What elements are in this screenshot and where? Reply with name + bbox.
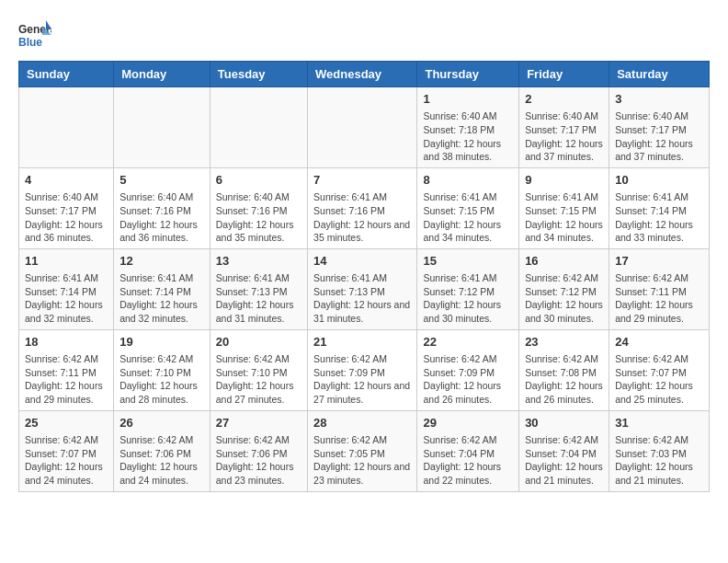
week-row-5: 25Sunrise: 6:42 AMSunset: 7:07 PMDayligh… (19, 410, 710, 491)
day-info: Sunrise: 6:42 AMSunset: 7:09 PMDaylight:… (423, 352, 513, 407)
calendar-cell: 6Sunrise: 6:40 AMSunset: 7:16 PMDaylight… (210, 167, 307, 248)
day-number: 12 (119, 253, 204, 270)
day-number: 11 (25, 253, 108, 270)
calendar-cell: 11Sunrise: 6:41 AMSunset: 7:14 PMDayligh… (19, 248, 114, 329)
day-number: 25 (25, 415, 108, 431)
day-number: 14 (313, 253, 411, 270)
day-number: 28 (313, 415, 411, 431)
page-header: General Blue (18, 18, 710, 52)
header-tuesday: Tuesday (210, 62, 307, 87)
header-monday: Monday (114, 62, 210, 87)
day-number: 8 (423, 172, 513, 189)
day-info: Sunrise: 6:42 AMSunset: 7:05 PMDaylight:… (313, 433, 411, 488)
calendar-cell: 30Sunrise: 6:42 AMSunset: 7:04 PMDayligh… (519, 410, 609, 491)
day-info: Sunrise: 6:41 AMSunset: 7:13 PMDaylight:… (313, 271, 411, 326)
day-number: 23 (525, 334, 603, 350)
day-info: Sunrise: 6:42 AMSunset: 7:08 PMDaylight:… (525, 352, 603, 407)
day-number: 9 (525, 172, 603, 189)
day-info: Sunrise: 6:42 AMSunset: 7:10 PMDaylight:… (119, 352, 204, 407)
day-info: Sunrise: 6:41 AMSunset: 7:14 PMDaylight:… (25, 271, 108, 326)
calendar-cell: 5Sunrise: 6:40 AMSunset: 7:16 PMDaylight… (114, 167, 210, 248)
day-number: 10 (615, 172, 703, 189)
calendar-cell: 26Sunrise: 6:42 AMSunset: 7:06 PMDayligh… (114, 410, 210, 491)
day-info: Sunrise: 6:40 AMSunset: 7:17 PMDaylight:… (25, 190, 108, 245)
calendar-cell: 14Sunrise: 6:41 AMSunset: 7:13 PMDayligh… (308, 248, 417, 329)
header-sunday: Sunday (19, 62, 114, 87)
day-number: 13 (216, 253, 301, 270)
day-number: 18 (25, 334, 108, 350)
day-info: Sunrise: 6:41 AMSunset: 7:12 PMDaylight:… (423, 271, 513, 326)
day-info: Sunrise: 6:42 AMSunset: 7:03 PMDaylight:… (615, 433, 703, 488)
calendar-cell (308, 87, 417, 168)
day-number: 26 (119, 415, 204, 431)
calendar-cell: 4Sunrise: 6:40 AMSunset: 7:17 PMDaylight… (19, 167, 114, 248)
calendar-cell: 25Sunrise: 6:42 AMSunset: 7:07 PMDayligh… (19, 410, 114, 491)
calendar-table: SundayMondayTuesdayWednesdayThursdayFrid… (18, 61, 710, 492)
day-info: Sunrise: 6:40 AMSunset: 7:17 PMDaylight:… (615, 109, 703, 164)
calendar-cell: 22Sunrise: 6:42 AMSunset: 7:09 PMDayligh… (417, 329, 519, 410)
day-number: 7 (313, 172, 411, 189)
day-number: 17 (615, 253, 703, 270)
day-info: Sunrise: 6:42 AMSunset: 7:12 PMDaylight:… (525, 271, 603, 326)
day-info: Sunrise: 6:42 AMSunset: 7:11 PMDaylight:… (25, 352, 108, 407)
day-number: 2 (525, 91, 603, 108)
day-number: 6 (216, 172, 301, 189)
calendar-cell: 24Sunrise: 6:42 AMSunset: 7:07 PMDayligh… (609, 329, 710, 410)
header-friday: Friday (519, 62, 609, 87)
day-number: 3 (615, 91, 703, 108)
day-number: 29 (423, 415, 513, 431)
day-info: Sunrise: 6:40 AMSunset: 7:17 PMDaylight:… (525, 109, 603, 164)
calendar-cell: 17Sunrise: 6:42 AMSunset: 7:11 PMDayligh… (609, 248, 710, 329)
day-info: Sunrise: 6:42 AMSunset: 7:09 PMDaylight:… (313, 352, 411, 407)
header-wednesday: Wednesday (308, 62, 417, 87)
day-number: 19 (119, 334, 204, 350)
day-info: Sunrise: 6:42 AMSunset: 7:04 PMDaylight:… (525, 433, 603, 488)
calendar-cell: 19Sunrise: 6:42 AMSunset: 7:10 PMDayligh… (114, 329, 210, 410)
day-info: Sunrise: 6:41 AMSunset: 7:15 PMDaylight:… (525, 190, 603, 245)
calendar-cell: 28Sunrise: 6:42 AMSunset: 7:05 PMDayligh… (308, 410, 417, 491)
logo-svg: General Blue (18, 18, 51, 52)
day-info: Sunrise: 6:42 AMSunset: 7:06 PMDaylight:… (216, 433, 301, 488)
day-info: Sunrise: 6:41 AMSunset: 7:14 PMDaylight:… (615, 190, 703, 245)
day-info: Sunrise: 6:42 AMSunset: 7:07 PMDaylight:… (615, 352, 703, 407)
week-row-1: 1Sunrise: 6:40 AMSunset: 7:18 PMDaylight… (19, 87, 710, 168)
calendar-cell: 18Sunrise: 6:42 AMSunset: 7:11 PMDayligh… (19, 329, 114, 410)
day-info: Sunrise: 6:40 AMSunset: 7:16 PMDaylight:… (216, 190, 301, 245)
calendar-cell: 15Sunrise: 6:41 AMSunset: 7:12 PMDayligh… (417, 248, 519, 329)
calendar-cell: 13Sunrise: 6:41 AMSunset: 7:13 PMDayligh… (210, 248, 307, 329)
calendar-cell: 31Sunrise: 6:42 AMSunset: 7:03 PMDayligh… (609, 410, 710, 491)
week-row-3: 11Sunrise: 6:41 AMSunset: 7:14 PMDayligh… (19, 248, 710, 329)
day-info: Sunrise: 6:42 AMSunset: 7:11 PMDaylight:… (615, 271, 703, 326)
calendar-cell: 7Sunrise: 6:41 AMSunset: 7:16 PMDaylight… (308, 167, 417, 248)
logo: General Blue (18, 18, 51, 52)
week-row-4: 18Sunrise: 6:42 AMSunset: 7:11 PMDayligh… (19, 329, 710, 410)
calendar-cell (19, 87, 114, 168)
calendar-cell: 9Sunrise: 6:41 AMSunset: 7:15 PMDaylight… (519, 167, 609, 248)
calendar-cell: 16Sunrise: 6:42 AMSunset: 7:12 PMDayligh… (519, 248, 609, 329)
calendar-cell: 27Sunrise: 6:42 AMSunset: 7:06 PMDayligh… (210, 410, 307, 491)
day-info: Sunrise: 6:42 AMSunset: 7:10 PMDaylight:… (216, 352, 301, 407)
day-number: 15 (423, 253, 513, 270)
day-number: 24 (615, 334, 703, 350)
day-number: 4 (25, 172, 108, 189)
logo-container: General Blue (18, 18, 51, 52)
week-row-2: 4Sunrise: 6:40 AMSunset: 7:17 PMDaylight… (19, 167, 710, 248)
day-info: Sunrise: 6:41 AMSunset: 7:16 PMDaylight:… (313, 190, 411, 245)
day-info: Sunrise: 6:40 AMSunset: 7:18 PMDaylight:… (423, 109, 513, 164)
calendar-cell: 8Sunrise: 6:41 AMSunset: 7:15 PMDaylight… (417, 167, 519, 248)
day-info: Sunrise: 6:41 AMSunset: 7:15 PMDaylight:… (423, 190, 513, 245)
day-info: Sunrise: 6:42 AMSunset: 7:06 PMDaylight:… (119, 433, 204, 488)
day-number: 27 (216, 415, 301, 431)
calendar-cell: 29Sunrise: 6:42 AMSunset: 7:04 PMDayligh… (417, 410, 519, 491)
calendar-cell: 3Sunrise: 6:40 AMSunset: 7:17 PMDaylight… (609, 87, 710, 168)
day-info: Sunrise: 6:42 AMSunset: 7:04 PMDaylight:… (423, 433, 513, 488)
day-number: 20 (216, 334, 301, 350)
calendar-cell: 23Sunrise: 6:42 AMSunset: 7:08 PMDayligh… (519, 329, 609, 410)
svg-text:Blue: Blue (18, 36, 42, 49)
day-number: 21 (313, 334, 411, 350)
calendar-cell (210, 87, 307, 168)
day-info: Sunrise: 6:42 AMSunset: 7:07 PMDaylight:… (25, 433, 108, 488)
calendar-cell: 21Sunrise: 6:42 AMSunset: 7:09 PMDayligh… (308, 329, 417, 410)
calendar-cell: 20Sunrise: 6:42 AMSunset: 7:10 PMDayligh… (210, 329, 307, 410)
day-number: 30 (525, 415, 603, 431)
